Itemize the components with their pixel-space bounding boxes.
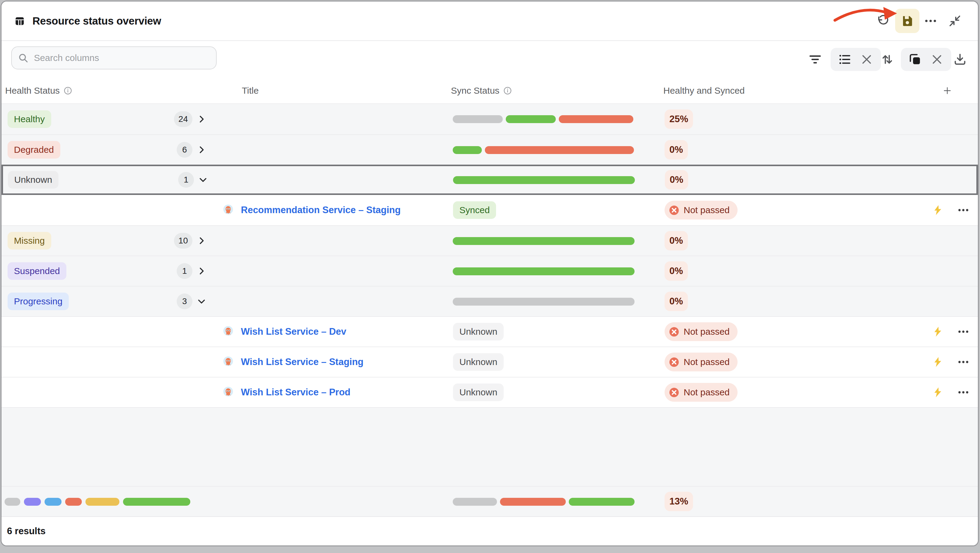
sync-status-bar: [453, 498, 635, 506]
screenshot-root: Resource status overview: [0, 0, 980, 553]
list-view-icon: [838, 53, 851, 66]
table-row-progressing[interactable]: Progressing 3 0%: [2, 286, 978, 316]
table-row-service[interactable]: Wish List Service – Prod Unknown Not pas…: [2, 377, 978, 407]
undo-icon: [877, 14, 889, 27]
resource-link[interactable]: Wish List Service – Dev: [241, 326, 346, 337]
x-circle-icon: [668, 326, 680, 338]
table-row-service[interactable]: Recommendation Service – Staging Synced …: [2, 195, 978, 225]
group-count: 1: [178, 172, 194, 188]
table-row-missing[interactable]: Missing 10 0%: [2, 225, 978, 256]
close-icon: [931, 53, 943, 66]
column-sync-status: Sync Status: [451, 86, 500, 96]
sync-status-bar: [453, 146, 635, 154]
group-count: 24: [174, 111, 192, 127]
ellipsis-icon: [958, 326, 969, 338]
lightning-action-button[interactable]: [932, 387, 943, 398]
sync-status-badge: Unknown: [453, 384, 504, 401]
health-status-distribution: [5, 498, 190, 506]
clear-grouping-button[interactable]: [931, 53, 943, 66]
chevron-right-icon[interactable]: [197, 236, 206, 245]
title-bar: Resource status overview: [2, 2, 978, 41]
chevron-right-icon[interactable]: [197, 266, 206, 276]
table-icon: [14, 16, 25, 26]
sync-status-bar: [453, 176, 635, 184]
sync-status-badge: Unknown: [453, 323, 504, 341]
resource-overview-panel: Resource status overview: [1, 1, 979, 546]
table-row-service[interactable]: Wish List Service – Staging Unknown Not …: [2, 347, 978, 377]
resource-link[interactable]: Wish List Service – Prod: [241, 387, 351, 398]
octopus-icon: [222, 386, 234, 398]
chevron-right-icon[interactable]: [197, 145, 206, 155]
column-healthy-synced: Healthy and Synced: [663, 86, 745, 96]
table-row-suspended[interactable]: Suspended 1 0%: [2, 256, 978, 286]
row-menu-button[interactable]: [958, 387, 969, 398]
check-badge: Not passed: [665, 352, 738, 371]
healthy-synced-value: 13%: [665, 492, 693, 511]
healthy-synced-value: 25%: [665, 110, 693, 129]
filter-icon: [808, 53, 822, 66]
table-row-service[interactable]: Wish List Service – Dev Unknown Not pass…: [2, 316, 978, 347]
table-row-unknown-selected[interactable]: Unknown 1 0%: [2, 165, 978, 195]
info-icon[interactable]: [63, 86, 72, 95]
lightning-action-button[interactable]: [932, 326, 943, 338]
resource-link[interactable]: Wish List Service – Staging: [241, 357, 364, 367]
octopus-icon: [222, 204, 234, 216]
more-button[interactable]: [918, 9, 943, 33]
search-icon: [18, 52, 29, 64]
sort-button[interactable]: [880, 48, 895, 71]
chevron-down-icon[interactable]: [198, 175, 208, 185]
close-icon: [860, 53, 873, 66]
resource-link[interactable]: Recommendation Service – Staging: [241, 205, 401, 215]
group-count: 10: [174, 233, 192, 249]
table-row-degraded[interactable]: Degraded 6 0%: [2, 134, 978, 165]
sync-status-bar: [453, 298, 635, 306]
chevron-down-icon[interactable]: [197, 296, 206, 306]
lightning-icon: [932, 326, 943, 338]
lightning-action-button[interactable]: [932, 204, 943, 216]
column-header-row: Health Status Title Sync Status Healthy …: [2, 78, 978, 104]
row-menu-button[interactable]: [958, 326, 969, 338]
group-copies-icon: [909, 53, 921, 66]
summary-row: 13%: [2, 486, 978, 516]
lightning-icon: [932, 204, 943, 216]
collapse-button[interactable]: [943, 9, 967, 33]
save-icon: [901, 14, 914, 27]
save-button[interactable]: [895, 9, 920, 33]
sync-status-badge: Unknown: [453, 353, 504, 371]
table-row-healthy[interactable]: Healthy 24 25%: [2, 104, 978, 134]
healthy-synced-value: 0%: [665, 292, 688, 311]
empty-table-space: [2, 407, 978, 486]
grouping-pill: [901, 48, 951, 71]
ellipsis-icon: [958, 204, 969, 216]
results-count: 6 results: [7, 526, 46, 537]
clear-view-button[interactable]: [860, 53, 873, 66]
check-badge: Not passed: [665, 383, 738, 402]
group-copies-button[interactable]: [909, 53, 921, 66]
group-count: 6: [177, 142, 192, 158]
download-button[interactable]: [952, 48, 968, 71]
lightning-action-button[interactable]: [932, 356, 943, 368]
healthy-synced-value: 0%: [665, 231, 688, 250]
filter-button[interactable]: [808, 48, 823, 71]
lightning-icon: [932, 387, 943, 398]
info-icon[interactable]: [503, 86, 512, 95]
octopus-icon: [222, 356, 234, 368]
search-input[interactable]: [33, 53, 210, 63]
view-mode-pill: [830, 48, 881, 71]
page-title: Resource status overview: [32, 15, 161, 27]
undo-button[interactable]: [870, 9, 895, 33]
healthy-synced-value: 0%: [665, 140, 688, 159]
row-menu-button[interactable]: [958, 204, 969, 216]
collapse-icon: [948, 14, 961, 27]
column-health-status: Health Status: [5, 86, 60, 96]
chevron-right-icon[interactable]: [197, 114, 206, 124]
group-count: 3: [177, 293, 192, 309]
add-column-button[interactable]: [943, 78, 952, 104]
table: Health Status Title Sync Status Healthy …: [2, 78, 978, 516]
plus-icon: [943, 86, 952, 95]
row-menu-button[interactable]: [958, 356, 969, 368]
octopus-icon: [222, 326, 234, 338]
list-view-button[interactable]: [838, 53, 851, 66]
sync-status-bar: [453, 115, 635, 123]
search-box[interactable]: [11, 46, 217, 69]
